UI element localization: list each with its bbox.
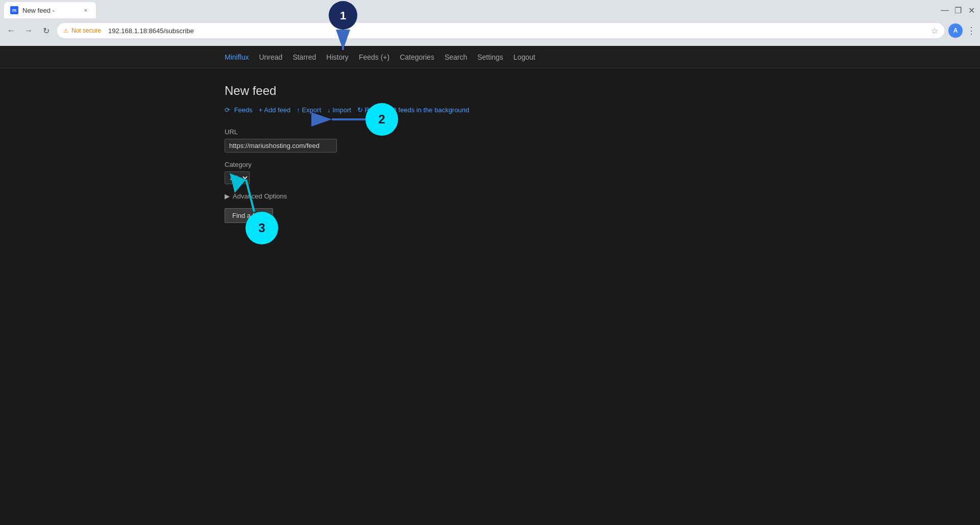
add-feed-link[interactable]: + Add feed [259,106,291,114]
category-select[interactable]: All [225,171,250,184]
back-button[interactable]: ← [4,23,18,38]
export-label: Export [302,106,321,114]
url-group: URL [225,128,755,153]
address-bar-row: ← → ↻ ⚠ Not secure 192.168.1.18:8645/sub… [0,20,980,41]
nav-settings[interactable]: Settings [477,51,503,63]
refresh-button[interactable]: ↻ [39,23,53,38]
feeds-link[interactable]: ⟳ Feeds [225,106,253,114]
refresh-all-label: Refresh all feeds in the background [365,106,470,114]
security-icon: ⚠ [63,28,68,34]
import-link[interactable]: ↓ Import [327,106,351,114]
import-label: Import [332,106,351,114]
address-text: 192.168.1.18:8645/subscribe [108,27,194,35]
advanced-arrow-icon: ▶ [225,192,230,200]
profile-button[interactable]: A [948,23,963,38]
url-input[interactable] [225,139,337,153]
app-nav: Miniflux Unread Starred History Feeds (+… [0,46,980,68]
breadcrumb: ⟳ Feeds + Add feed ↑ Export ↓ Import ↻ R… [225,106,755,114]
close-button[interactable]: ✕ [967,6,976,15]
feeds-label: Feeds [234,106,253,114]
export-icon: ↑ [297,106,300,114]
refresh-all-link[interactable]: ↻ Refresh all feeds in the background [357,106,469,114]
nav-history[interactable]: History [326,51,349,63]
find-feed-button[interactable]: Find a feed [225,208,273,223]
main-content: New feed ⟳ Feeds + Add feed ↑ Export ↓ I… [0,68,980,238]
browser-tab[interactable]: m New feed - × [4,2,96,18]
restore-button[interactable]: ❐ [953,6,963,15]
browser-controls: ← → ↻ [4,23,53,38]
nav-feeds[interactable]: Feeds (+) [359,51,389,63]
address-bar[interactable]: ⚠ Not secure 192.168.1.18:8645/subscribe… [57,23,944,38]
nav-miniflux[interactable]: Miniflux [225,51,249,63]
nav-logout[interactable]: Logout [513,51,535,63]
nav-search[interactable]: Search [445,51,467,63]
import-icon: ↓ [327,106,331,114]
nav-unread[interactable]: Unread [259,51,282,63]
forward-button[interactable]: → [21,23,36,38]
page-title: New feed [225,84,755,98]
browser-chrome: m New feed - × — ❐ ✕ ← → ↻ ⚠ Not secure … [0,0,980,46]
minimize-button[interactable]: — [940,6,949,15]
window-controls: — ❐ ✕ [940,6,976,15]
title-bar: m New feed - × — ❐ ✕ [0,0,980,20]
advanced-label: Advanced Options [233,192,287,200]
export-link[interactable]: ↑ Export [297,106,321,114]
url-label: URL [225,128,755,136]
security-label: Not secure [71,27,101,34]
browser-menu-button[interactable]: ⋮ [967,25,976,36]
category-group: Category All [225,161,755,184]
nav-starred[interactable]: Starred [292,51,316,63]
tab-close-button[interactable]: × [82,6,90,14]
category-label: Category [225,161,755,168]
nav-categories[interactable]: Categories [400,51,434,63]
bookmark-star-icon[interactable]: ☆ [931,26,938,36]
advanced-options-toggle[interactable]: ▶ Advanced Options [225,192,755,200]
tab-title: New feed - [22,7,55,14]
tab-favicon: m [10,6,18,14]
feeds-icon: ⟳ [225,106,230,114]
refresh-all-icon: ↻ [357,106,363,114]
